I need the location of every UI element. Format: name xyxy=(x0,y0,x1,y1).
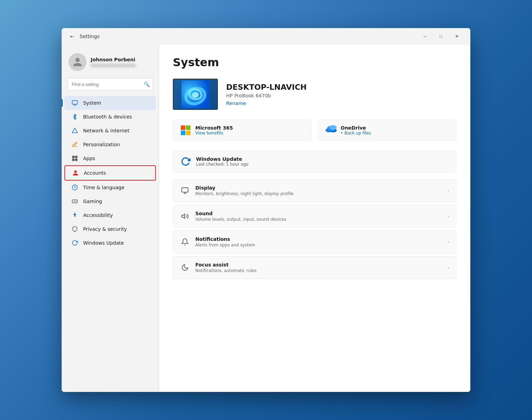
sidebar-item-system-label: System xyxy=(83,100,101,106)
onedrive-icon xyxy=(326,125,337,136)
sidebar: Johnson Porbeni 🔍 System xyxy=(62,45,159,392)
settings-item-notifications[interactable]: Notifications Alerts from apps and syste… xyxy=(173,230,456,253)
settings-item-sound[interactable]: Sound Volume levels, output, input, soun… xyxy=(173,205,456,228)
onedrive-info: OneDrive • Back up files xyxy=(341,125,371,135)
svg-rect-18 xyxy=(181,125,185,130)
sidebar-item-windowsupdate[interactable]: Windows Update xyxy=(64,236,156,250)
focus-desc: Notifications, automatic rules xyxy=(195,268,442,273)
sound-icon xyxy=(180,211,190,221)
svg-rect-0 xyxy=(72,100,78,104)
svg-point-25 xyxy=(330,125,337,130)
microsoft365-subtitle[interactable]: View benefits xyxy=(195,131,233,135)
search-icon: 🔍 xyxy=(144,81,150,87)
windows-update-icon xyxy=(180,156,191,167)
device-thumbnail xyxy=(173,79,218,110)
device-section: DESKTOP-LNAVICH HP ProBook 6470b Rename xyxy=(173,79,456,110)
microsoft365-info: Microsoft 365 View benefits xyxy=(195,125,233,135)
maximize-button[interactable]: □ xyxy=(433,31,449,42)
sound-title: Sound xyxy=(195,211,442,216)
bluetooth-icon xyxy=(71,113,78,120)
accounts-icon xyxy=(72,169,79,176)
notifications-icon xyxy=(180,237,190,247)
time-icon xyxy=(71,184,78,191)
sidebar-item-network[interactable]: Network & internet xyxy=(64,124,156,138)
sidebar-item-time-label: Time & language xyxy=(83,185,124,190)
title-bar: ← Settings ─ □ ✕ xyxy=(62,28,470,45)
windows-update-card[interactable]: Windows Update Last checked: 1 hour ago xyxy=(173,151,456,172)
quick-links: Microsoft 365 View benefits xyxy=(173,120,456,141)
sound-desc: Volume levels, output, input, sound devi… xyxy=(195,217,442,222)
privacy-icon xyxy=(71,226,78,233)
device-model: HP ProBook 6470b xyxy=(226,93,307,98)
avatar xyxy=(69,53,87,71)
sidebar-item-windowsupdate-label: Windows Update xyxy=(83,240,124,246)
settings-item-focus[interactable]: Focus assist Notifications, automatic ru… xyxy=(173,256,456,279)
device-name: DESKTOP-LNAVICH xyxy=(226,83,307,91)
main-content: System xyxy=(159,45,470,392)
sidebar-item-accessibility-label: Accessibility xyxy=(83,212,113,218)
close-button[interactable]: ✕ xyxy=(449,31,465,42)
windowsupdate-icon xyxy=(71,239,78,246)
sidebar-item-system[interactable]: System xyxy=(64,96,156,110)
sidebar-item-personalization[interactable]: Personalization xyxy=(64,138,156,151)
user-name: Johnson Porbeni xyxy=(91,57,136,62)
search-box: 🔍 xyxy=(67,78,153,90)
display-title: Display xyxy=(195,185,442,191)
svg-marker-3 xyxy=(72,128,78,133)
minimize-button[interactable]: ─ xyxy=(417,31,433,42)
svg-point-13 xyxy=(74,213,76,214)
apps-icon xyxy=(71,155,78,162)
sidebar-item-privacy-label: Privacy & security xyxy=(83,226,127,232)
window-controls: ─ □ ✕ xyxy=(417,31,465,42)
sidebar-item-accessibility[interactable]: Accessibility xyxy=(64,208,156,222)
windows-update-title: Windows Update xyxy=(196,156,248,162)
settings-list: Display Monitors, brightness, night ligh… xyxy=(173,179,456,279)
settings-item-display[interactable]: Display Monitors, brightness, night ligh… xyxy=(173,179,456,202)
display-info: Display Monitors, brightness, night ligh… xyxy=(195,185,442,196)
sidebar-item-time[interactable]: Time & language xyxy=(64,181,156,194)
user-email xyxy=(91,64,136,67)
network-icon xyxy=(71,127,78,134)
svg-rect-6 xyxy=(72,159,75,161)
svg-rect-21 xyxy=(186,131,190,135)
sidebar-item-privacy[interactable]: Privacy & security xyxy=(64,222,156,236)
sidebar-item-accounts-label: Accounts xyxy=(84,170,106,176)
search-input[interactable] xyxy=(67,78,153,90)
display-icon xyxy=(180,186,190,195)
svg-rect-7 xyxy=(75,159,78,161)
focus-chevron: › xyxy=(447,265,449,270)
onedrive-title: OneDrive xyxy=(341,125,371,131)
system-icon xyxy=(71,99,78,106)
sidebar-item-accounts[interactable]: Accounts xyxy=(64,165,156,181)
svg-point-12 xyxy=(76,201,76,202)
sidebar-item-personalization-label: Personalization xyxy=(83,142,120,147)
notifications-title: Notifications xyxy=(195,236,442,242)
accessibility-icon xyxy=(71,212,78,219)
sidebar-item-bluetooth-label: Bluetooth & devices xyxy=(83,114,132,120)
personalization-icon xyxy=(71,141,78,148)
focus-title: Focus assist xyxy=(195,262,442,268)
sidebar-item-network-label: Network & internet xyxy=(83,128,130,133)
microsoft365-card[interactable]: Microsoft 365 View benefits xyxy=(173,120,311,141)
sidebar-item-bluetooth[interactable]: Bluetooth & devices xyxy=(64,110,156,124)
svg-rect-20 xyxy=(181,131,185,135)
focus-info: Focus assist Notifications, automatic ru… xyxy=(195,262,442,273)
rename-link[interactable]: Rename xyxy=(226,100,307,106)
window-title: Settings xyxy=(80,34,99,39)
svg-rect-4 xyxy=(72,156,75,158)
display-chevron: › xyxy=(447,188,449,193)
content-area: Johnson Porbeni 🔍 System xyxy=(62,45,470,392)
svg-rect-19 xyxy=(186,125,190,130)
focus-icon xyxy=(180,263,190,272)
svg-marker-29 xyxy=(182,214,185,219)
onedrive-card[interactable]: OneDrive • Back up files xyxy=(318,120,457,141)
sidebar-item-apps[interactable]: Apps xyxy=(64,151,156,165)
onedrive-subtitle[interactable]: • Back up files xyxy=(341,131,371,135)
back-button[interactable]: ← xyxy=(67,32,77,41)
sidebar-item-gaming[interactable]: Gaming xyxy=(64,194,156,208)
user-profile[interactable]: Johnson Porbeni xyxy=(62,47,159,78)
sound-chevron: › xyxy=(447,214,449,219)
svg-rect-26 xyxy=(182,188,188,192)
device-info: DESKTOP-LNAVICH HP ProBook 6470b Rename xyxy=(226,83,307,106)
sidebar-item-gaming-label: Gaming xyxy=(83,199,102,204)
